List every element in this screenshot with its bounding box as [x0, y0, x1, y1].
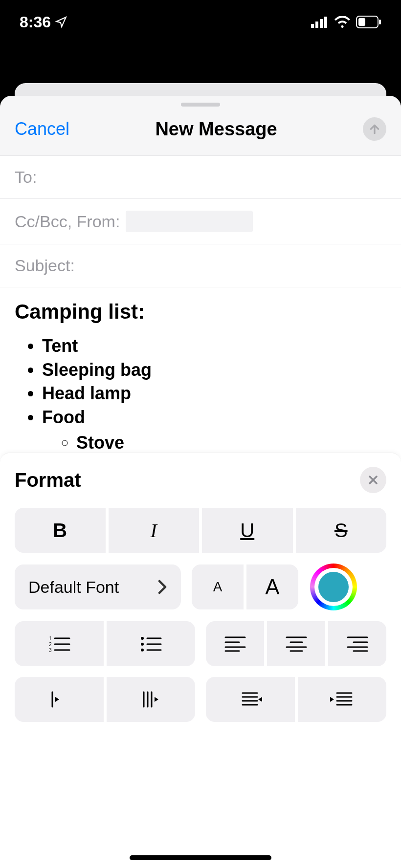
text-direction-rtl-button[interactable] — [107, 677, 196, 722]
svg-marker-36 — [155, 697, 158, 702]
list-item: Tent — [42, 334, 386, 358]
svg-rect-1 — [315, 22, 318, 28]
indent-icon — [329, 691, 355, 708]
svg-text:3: 3 — [49, 648, 52, 653]
status-time-text: 8:36 — [20, 13, 51, 31]
send-button[interactable] — [363, 117, 386, 141]
cancel-button[interactable]: Cancel — [15, 119, 69, 139]
font-picker-label: Default Font — [28, 578, 119, 597]
bulleted-list-icon — [139, 634, 162, 653]
current-color-swatch — [318, 572, 349, 602]
svg-point-14 — [141, 643, 144, 646]
to-field[interactable]: To: — [0, 156, 401, 199]
list-item-label: Food — [42, 407, 85, 427]
format-title: Format — [15, 469, 81, 491]
format-panel: Format B I U S Default Font A — [0, 453, 401, 868]
cellular-signal-icon — [311, 16, 329, 28]
to-label: To: — [15, 168, 37, 187]
svg-rect-0 — [311, 24, 314, 28]
strikethrough-button[interactable]: S — [296, 508, 387, 553]
align-center-button[interactable] — [267, 621, 325, 666]
from-address-redacted — [126, 211, 253, 232]
sheet-grabber[interactable] — [181, 103, 220, 107]
status-bar: 8:36 — [0, 0, 401, 44]
decrease-indent-button[interactable] — [206, 677, 295, 722]
svg-point-15 — [141, 649, 144, 651]
body-heading: Camping list: — [15, 300, 386, 324]
sheet-title: New Message — [155, 119, 277, 140]
close-icon — [367, 474, 379, 486]
italic-button[interactable]: I — [109, 508, 200, 553]
numbered-list-icon: 123 — [48, 634, 70, 653]
svg-marker-42 — [330, 697, 334, 702]
battery-icon — [356, 16, 381, 28]
text-direction-ltr-button[interactable] — [15, 677, 104, 722]
text-color-button[interactable] — [310, 564, 357, 610]
subject-label: Subject: — [15, 256, 75, 275]
svg-rect-5 — [379, 20, 381, 24]
svg-text:2: 2 — [49, 642, 52, 647]
underline-button[interactable]: U — [202, 508, 293, 553]
align-left-icon — [224, 635, 246, 652]
chevron-right-icon — [157, 580, 167, 594]
list-item: Head lamp — [42, 382, 386, 406]
list-item: Sleeping bag — [42, 358, 386, 382]
location-arrow-icon — [55, 16, 67, 28]
svg-point-13 — [141, 637, 144, 640]
close-format-button[interactable] — [360, 467, 386, 493]
ccbcc-label: Cc/Bcc, From: — [15, 212, 120, 231]
subject-field[interactable]: Subject: — [0, 244, 401, 287]
decrease-font-size-button[interactable]: A — [192, 564, 244, 609]
compose-sheet: Cancel New Message To: Cc/Bcc, From: Sub… — [0, 96, 401, 868]
align-right-button[interactable] — [328, 621, 386, 666]
svg-text:1: 1 — [49, 636, 52, 641]
align-right-icon — [347, 635, 368, 652]
svg-rect-6 — [358, 18, 365, 26]
svg-rect-2 — [320, 19, 323, 28]
wifi-icon — [334, 16, 350, 28]
home-indicator[interactable] — [130, 855, 271, 860]
ltr-icon — [49, 690, 69, 709]
font-picker-button[interactable]: Default Font — [15, 564, 181, 609]
bold-button[interactable]: B — [15, 508, 106, 553]
increase-font-size-button[interactable]: A — [246, 564, 298, 609]
arrow-up-icon — [368, 123, 381, 135]
status-time: 8:36 — [20, 13, 67, 31]
svg-marker-32 — [55, 697, 59, 702]
align-center-icon — [286, 635, 307, 652]
bulleted-list-button[interactable] — [107, 621, 196, 666]
svg-marker-41 — [258, 697, 262, 702]
outdent-icon — [238, 691, 263, 708]
rtl-icon — [140, 690, 161, 709]
numbered-list-button[interactable]: 123 — [15, 621, 104, 666]
ccbcc-field[interactable]: Cc/Bcc, From: — [0, 199, 401, 244]
increase-indent-button[interactable] — [298, 677, 387, 722]
text-style-row: B I U S — [15, 508, 386, 553]
list-item-label: Stove — [76, 433, 124, 453]
svg-rect-3 — [324, 17, 327, 28]
align-left-button[interactable] — [206, 621, 264, 666]
